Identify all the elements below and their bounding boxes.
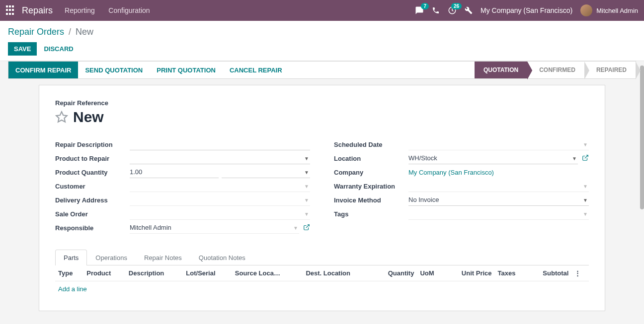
label-tags: Tags	[334, 208, 408, 220]
activities-icon[interactable]: 26	[448, 6, 457, 15]
activities-badge: 26	[451, 3, 462, 9]
company-link[interactable]: My Company (San Francisco)	[408, 167, 494, 178]
repair-description-input[interactable]	[130, 138, 310, 150]
label-responsible: Responsible	[55, 222, 130, 234]
customer-select[interactable]	[130, 180, 310, 192]
sale-order-select[interactable]	[130, 208, 310, 220]
tab-operations[interactable]: Operations	[87, 250, 136, 265]
breadcrumb-current: New	[76, 27, 93, 37]
label-location: Location	[334, 153, 408, 164]
breadcrumb-root[interactable]: Repair Orders	[8, 27, 64, 37]
col-type[interactable]: Type	[55, 265, 83, 281]
label-product-quantity: Product Quantity	[55, 167, 130, 178]
responsible-select[interactable]	[130, 222, 299, 234]
user-menu[interactable]: Mitchell Admin	[580, 4, 638, 16]
label-delivery-address: Delivery Address	[55, 194, 130, 206]
print-quotation-button[interactable]: PRINT QUOTATION	[150, 62, 223, 78]
svg-marker-1	[56, 112, 67, 122]
tab-parts[interactable]: Parts	[55, 250, 87, 265]
col-product[interactable]: Product	[83, 265, 126, 281]
tabs: Parts Operations Repair Notes Quotation …	[55, 250, 589, 265]
add-line-link[interactable]: Add a line	[58, 285, 87, 293]
scheduled-date-input[interactable]	[408, 138, 589, 150]
tab-quotation-notes[interactable]: Quotation Notes	[190, 250, 254, 265]
label-customer: Customer	[55, 181, 130, 192]
svg-line-2	[306, 224, 309, 227]
product-quantity-input[interactable]	[130, 166, 219, 178]
label-invoice-method: Invoice Method	[334, 194, 408, 206]
col-lot-serial[interactable]: Lot/Serial	[183, 265, 232, 281]
avatar	[580, 4, 592, 16]
form-right-col: Scheduled Date ▼ Location ▼ Company My C…	[334, 137, 589, 235]
col-description[interactable]: Description	[126, 265, 183, 281]
label-warranty-expiration: Warranty Expiration	[334, 181, 408, 192]
delivery-address-select[interactable]	[130, 194, 310, 206]
app-brand[interactable]: Repairs	[22, 5, 53, 16]
stages: QUOTATION CONFIRMED REPAIRED	[475, 62, 636, 78]
cancel-repair-button[interactable]: CANCEL REPAIR	[223, 62, 289, 78]
location-select[interactable]	[408, 152, 578, 164]
label-repair-description: Repair Description	[55, 139, 130, 150]
col-options-icon[interactable]: ⋮	[571, 265, 589, 281]
discard-button[interactable]: DISCARD	[44, 45, 73, 53]
label-scheduled-date: Scheduled Date	[334, 139, 408, 150]
confirm-repair-button[interactable]: CONFIRM REPAIR	[8, 62, 78, 78]
breadcrumb: Repair Orders / New	[8, 27, 636, 37]
label-product-to-repair: Product to Repair	[55, 153, 130, 164]
debug-icon[interactable]	[465, 6, 473, 14]
form-left-col: Repair Description Product to Repair ▼ P…	[55, 137, 310, 235]
apps-icon[interactable]	[6, 5, 16, 15]
parts-table: Type Product Description Lot/Serial Sour…	[55, 265, 589, 297]
repair-reference: New	[73, 109, 104, 126]
save-button[interactable]: SAVE	[8, 42, 37, 56]
phone-icon[interactable]	[432, 6, 440, 14]
invoice-method-select[interactable]	[408, 194, 589, 206]
user-name: Mitchell Admin	[596, 7, 638, 14]
col-subtotal[interactable]: Subtotal	[528, 265, 572, 281]
label-company: Company	[334, 167, 408, 178]
stage-repaired[interactable]: REPAIRED	[584, 62, 636, 78]
stage-quotation[interactable]: QUOTATION	[475, 62, 527, 78]
status-bar: CONFIRM REPAIR SEND QUOTATION PRINT QUOT…	[8, 61, 636, 79]
product-uom-select[interactable]	[222, 166, 311, 178]
col-dest-location[interactable]: Dest. Location	[303, 265, 373, 281]
topbar: Repairs Reporting Configuration 7 26 My …	[0, 0, 644, 21]
svg-line-3	[585, 155, 588, 158]
send-quotation-button[interactable]: SEND QUOTATION	[78, 62, 150, 78]
messages-badge: 7	[421, 3, 429, 9]
menu-configuration[interactable]: Configuration	[108, 6, 150, 14]
priority-star-icon[interactable]	[55, 111, 68, 124]
top-menu: Reporting Configuration	[65, 6, 162, 14]
tags-select[interactable]	[408, 208, 589, 220]
col-uom[interactable]: UoM	[417, 265, 445, 281]
external-link-icon[interactable]	[303, 224, 310, 232]
col-taxes[interactable]: Taxes	[495, 265, 528, 281]
company-selector[interactable]: My Company (San Francisco)	[481, 6, 572, 14]
label-sale-order: Sale Order	[55, 208, 130, 220]
messages-icon[interactable]: 7	[415, 6, 424, 15]
stage-confirmed[interactable]: CONFIRMED	[527, 62, 584, 78]
menu-reporting[interactable]: Reporting	[65, 6, 95, 14]
col-source-location[interactable]: Source Loca…	[232, 265, 303, 281]
external-link-icon[interactable]	[582, 154, 589, 163]
col-quantity[interactable]: Quantity	[373, 265, 417, 281]
repair-reference-label: Repair Reference	[55, 99, 589, 107]
warranty-expiration-input[interactable]	[408, 180, 589, 192]
form-sheet: Repair Reference New Repair Description …	[39, 85, 605, 311]
col-unit-price[interactable]: Unit Price	[445, 265, 495, 281]
product-to-repair-select[interactable]	[130, 152, 310, 164]
subheader: Repair Orders / New SAVE DISCARD	[0, 21, 644, 61]
tab-repair-notes[interactable]: Repair Notes	[136, 250, 190, 265]
breadcrumb-sep: /	[69, 27, 71, 37]
scrollbar[interactable]	[640, 65, 644, 209]
